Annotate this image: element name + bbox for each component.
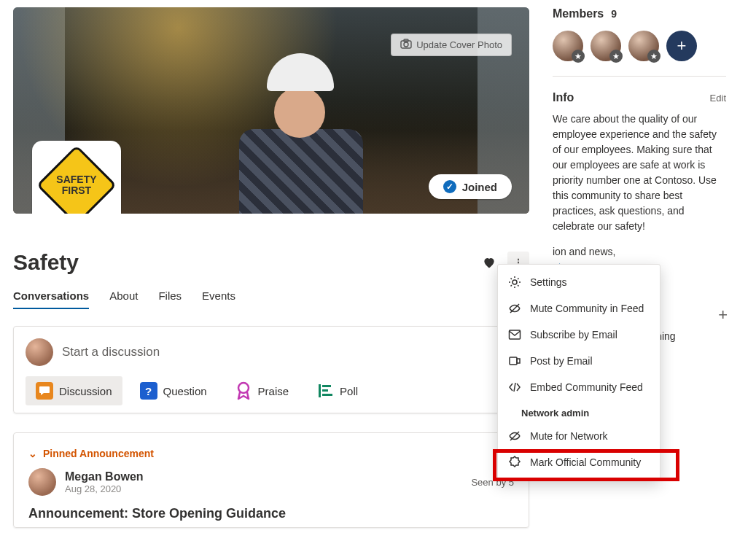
tab-conversations[interactable]: Conversations <box>13 285 89 309</box>
post-type-label: Question <box>163 385 207 397</box>
update-cover-photo-button[interactable]: Update Cover Photo <box>391 34 512 56</box>
admin-star-icon: ★ <box>572 50 585 63</box>
members-heading: Members <box>553 7 604 20</box>
post-author-avatar[interactable] <box>28 468 56 496</box>
badge-icon <box>508 456 521 469</box>
plus-icon: + <box>677 36 687 55</box>
community-actions-menu: Settings Mute Community in Feed Subscrib… <box>497 264 660 481</box>
admin-star-icon: ★ <box>609 50 623 63</box>
member-avatar[interactable]: ★ <box>628 31 659 61</box>
menu-label: Post by Email <box>530 355 593 367</box>
menu-embed-feed[interactable]: Embed Community Feed <box>498 374 660 400</box>
current-user-avatar <box>26 338 53 366</box>
community-logo[interactable]: SAFETY FIRST <box>32 141 121 214</box>
menu-section-header: Network admin <box>498 400 660 423</box>
info-frag-text: ion and news, <box>553 246 615 257</box>
start-discussion-input[interactable]: Start a discussion <box>62 345 517 359</box>
mailbox-icon <box>508 354 521 367</box>
cover-person-illustration <box>232 47 363 214</box>
pinned-announcement-toggle[interactable]: ⌄ Pinned Announcement <box>28 448 514 459</box>
post-type-discussion[interactable]: Discussion <box>26 376 122 405</box>
check-circle-icon: ✓ <box>443 180 456 193</box>
edit-info-link[interactable]: Edit <box>710 93 726 104</box>
svg-rect-6 <box>322 389 328 392</box>
menu-label: Mute for Network <box>530 430 608 442</box>
update-cover-label: Update Cover Photo <box>416 39 502 50</box>
gear-icon <box>508 276 521 289</box>
menu-settings[interactable]: Settings <box>498 269 660 295</box>
poll-icon <box>316 382 334 400</box>
member-avatar[interactable]: ★ <box>553 31 583 61</box>
chevron-down-icon: ⌄ <box>28 448 37 459</box>
menu-label: Embed Community Feed <box>530 381 643 393</box>
community-title: Safety <box>13 250 478 275</box>
add-member-button[interactable]: + <box>666 31 697 61</box>
menu-subscribe-email[interactable]: Subscribe by Email <box>498 322 660 348</box>
praise-icon <box>235 382 252 400</box>
question-icon: ? <box>140 382 157 400</box>
tab-about[interactable]: About <box>109 285 138 309</box>
menu-mark-official[interactable]: Mark Official Community <box>498 449 660 475</box>
svg-rect-5 <box>322 385 331 387</box>
svg-point-3 <box>238 383 249 393</box>
svg-rect-12 <box>517 359 520 363</box>
logo-text: SAFETY FIRST <box>56 174 96 195</box>
svg-rect-4 <box>319 384 321 397</box>
menu-mute-network[interactable]: Mute for Network <box>498 423 660 449</box>
cover-photo: Update Cover Photo ✓ Joined SAFETY FIRST <box>13 7 529 214</box>
joined-button[interactable]: ✓ Joined <box>429 174 512 199</box>
tab-events[interactable]: Events <box>202 285 235 309</box>
post-composer: Start a discussion Discussion ? Question <box>13 326 529 413</box>
plus-icon: + <box>718 306 728 324</box>
admin-star-icon: ★ <box>647 50 660 63</box>
add-pinned-link-button[interactable]: + <box>718 306 728 324</box>
menu-label: Settings <box>530 276 567 288</box>
post-type-question[interactable]: ? Question <box>130 376 217 405</box>
joined-label: Joined <box>462 181 497 193</box>
svg-rect-10 <box>510 330 521 339</box>
post-type-label: Poll <box>340 385 358 397</box>
menu-label: Mark Official Community <box>530 456 641 468</box>
pinned-label-text: Pinned Announcement <box>43 448 154 459</box>
post-type-poll[interactable]: Poll <box>306 376 368 405</box>
members-header: Members 9 <box>553 7 726 20</box>
code-icon <box>508 381 521 394</box>
svg-rect-11 <box>510 357 517 365</box>
camera-icon <box>400 39 412 51</box>
post-author-name[interactable]: Megan Bowen <box>65 470 144 483</box>
menu-label: Subscribe by Email <box>530 329 617 341</box>
info-header: Info Edit <box>553 91 726 104</box>
svg-point-8 <box>513 280 517 284</box>
menu-post-email[interactable]: Post by Email <box>498 348 660 374</box>
post-type-praise[interactable]: Praise <box>225 376 300 405</box>
mute-icon <box>508 429 521 443</box>
members-count: 9 <box>611 8 617 20</box>
svg-rect-7 <box>322 394 332 396</box>
member-avatar[interactable]: ★ <box>591 31 621 61</box>
mail-icon <box>508 328 521 341</box>
menu-mute-feed[interactable]: Mute Community in Feed <box>498 295 660 322</box>
post-type-label: Discussion <box>59 385 112 397</box>
community-tabs: Conversations About Files Events <box>13 285 529 310</box>
info-description: We care about the quality of our employe… <box>553 112 726 234</box>
pinned-post: ⌄ Pinned Announcement Megan Bowen Aug 28… <box>13 432 529 528</box>
post-type-label: Praise <box>258 385 289 397</box>
svg-point-1 <box>404 42 408 47</box>
discussion-icon <box>36 382 53 400</box>
post-date: Aug 28, 2020 <box>65 483 144 494</box>
post-title: Announcement: Store Opening Guidance <box>28 506 514 521</box>
menu-label: Mute Community in Feed <box>530 303 644 314</box>
cover-card: Update Cover Photo ✓ Joined SAFETY FIRST… <box>13 7 529 528</box>
tab-files[interactable]: Files <box>158 285 182 309</box>
mute-icon <box>508 302 521 315</box>
info-heading: Info <box>553 91 574 104</box>
